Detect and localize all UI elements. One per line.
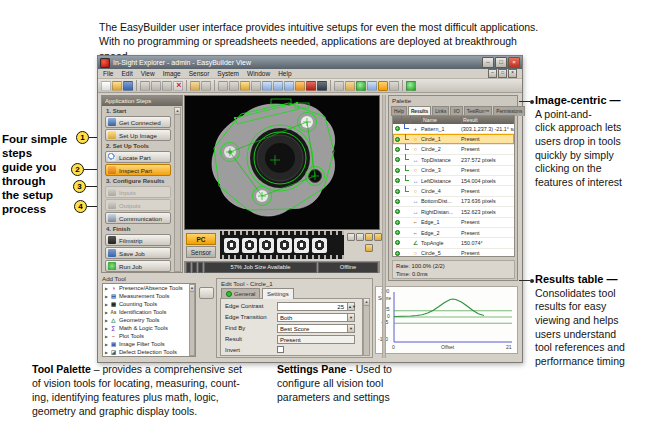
clear-icon[interactable] [334,81,344,91]
zoom-out-icon[interactable] [273,81,283,91]
menu-window[interactable]: Window [247,70,270,77]
scroll-up-icon[interactable]: ▲ [190,285,194,292]
image-view-icon[interactable] [295,81,305,91]
tool-category-identification[interactable]: AaIdentification Tools [103,308,195,316]
tab-general[interactable]: General [221,288,260,298]
tool-category-math-logic[interactable]: ∑Math & Logic Tools [103,324,195,332]
dropdown-arrow-icon[interactable]: ▼ [347,313,355,322]
pc-button[interactable]: PC [186,233,216,245]
find-by-select[interactable]: Best Score [277,324,355,333]
results-row[interactable]: +Pattern_1(303.1,237.3) -21.1° score... [393,124,514,134]
delete-icon[interactable] [173,81,183,91]
edit-tool-scrollbar[interactable]: ▲ [363,298,370,356]
new-job-icon[interactable] [101,81,111,91]
add-tool-scrollbar[interactable]: ▲ [189,284,195,356]
tool-category-counting[interactable]: ▦Counting Tools [103,300,195,308]
results-row[interactable]: ↔RightDistan...152.623 pixels [393,207,514,217]
filmstrip-frame[interactable] [312,238,327,253]
pane-splitter[interactable] [382,95,386,358]
steps-scrollbar[interactable]: ▲ [174,107,181,272]
invert-checkbox[interactable] [277,346,284,353]
results-row[interactable]: ↔LeftDistance154.004 pixels [393,176,514,186]
menu-system[interactable]: System [217,70,239,77]
filmstrip-frame[interactable] [224,238,239,253]
image-display-area[interactable] [184,95,380,230]
filmstrip-frame[interactable] [294,238,309,253]
first-frame-button[interactable] [347,233,355,241]
copy-icon[interactable] [151,81,161,91]
tool-category-presence-absence[interactable]: ◑Presence/Absence Tools [103,284,195,292]
menu-sensor[interactable]: Sensor [189,70,210,77]
upload-icon[interactable] [345,81,355,91]
set-up-image-button[interactable]: Set Up Image [105,129,171,141]
results-row[interactable]: ↔BottomDist...173.636 pixels [393,197,514,207]
tool-category-image-filter[interactable]: ▣Image Filter Tools [103,340,195,348]
menu-file[interactable]: File [103,70,113,77]
tool-category-defect-detection[interactable]: ◪Defect Detection Tools [103,348,195,356]
easybuilder-view-icon[interactable] [378,81,388,91]
results-row-selected[interactable]: ○Circle_1Present [393,134,514,144]
save-job-button[interactable]: Save Job [105,247,171,259]
results-row[interactable]: ○Circle_2Present [393,145,514,155]
results-row[interactable]: ↔TopDistance237.572 pixels [393,155,514,165]
filmstrip-frame[interactable] [259,238,274,253]
results-row[interactable]: ○Circle_5Present [393,249,514,257]
tab-settings[interactable]: Settings [262,288,294,299]
menu-help[interactable]: Help [278,70,291,77]
next-frame-button[interactable] [365,233,373,241]
maximize-button[interactable]: □ [495,57,507,68]
last-frame-button[interactable] [374,233,382,241]
trigger-icon[interactable] [218,81,228,91]
undo-icon[interactable] [190,81,200,91]
add-tool-button[interactable] [199,287,214,299]
sensor-button[interactable]: Sensor [186,246,216,258]
minimize-button[interactable]: – [482,57,494,68]
edge-transition-select[interactable]: Both [277,313,355,322]
filmstrip-button[interactable]: Filmstrip [105,234,171,246]
get-connected-button[interactable]: Get Connected [105,116,171,128]
zoom-in-icon[interactable] [262,81,272,91]
monitor-icon[interactable] [317,81,327,91]
zoom-fit-icon[interactable] [284,81,294,91]
cut-icon[interactable] [140,81,150,91]
play-frames-button[interactable] [365,244,373,252]
results-row[interactable]: ○Circle_4Present [393,186,514,196]
inspect-part-button[interactable]: Inspect Part [105,164,171,176]
spinner-buttons[interactable]: ▲▼ [347,302,355,311]
close-button[interactable]: × [508,57,520,68]
paste-icon[interactable] [162,81,172,91]
mdi-close-button[interactable]: × [508,69,517,78]
results-row[interactable]: ⌐Edge_2Present [393,228,514,238]
tool-category-measurement[interactable]: ▤Measurement Tools [103,292,195,300]
live-video-icon[interactable] [229,81,239,91]
menu-edit[interactable]: Edit [121,70,132,77]
menu-image[interactable]: Image [163,70,181,77]
refresh-icon[interactable] [356,81,366,91]
redo-icon[interactable] [201,81,211,91]
sensor-maintenance-icon[interactable] [367,81,377,91]
display-icon[interactable] [306,81,316,91]
online-status-icon[interactable] [406,81,416,91]
menu-view[interactable]: View [141,70,155,77]
run-job-button[interactable]: Run Job [105,260,171,272]
results-row[interactable]: ⌐Edge_1Present [393,218,514,228]
filmstrip-frame[interactable] [277,238,292,253]
tool-category-geometry[interactable]: △Geometry Tools [103,316,195,324]
filmstrip-frame[interactable] [242,238,257,253]
communication-button[interactable]: Communication [105,212,171,224]
scroll-up-icon[interactable]: ▲ [175,108,180,115]
results-row[interactable]: ○Circle_3Present [393,166,514,176]
load-image-icon[interactable] [240,81,250,91]
locate-part-button[interactable]: Locate Part [105,151,171,163]
previous-frame-button[interactable] [356,233,364,241]
scroll-up-icon[interactable]: ▲ [364,299,369,306]
save-job-icon[interactable] [123,81,133,91]
results-row[interactable]: ∠TopAngle150.074° [393,238,514,248]
spreadsheet-view-icon[interactable] [389,81,399,91]
mdi-minimize-button[interactable]: – [488,69,497,78]
open-job-icon[interactable] [112,81,122,91]
edge-contrast-input[interactable]: 25 [277,302,355,311]
tool-category-plot[interactable]: ~Plot Tools [103,332,195,340]
record-icon[interactable] [251,81,261,91]
mdi-restore-button[interactable]: □ [498,69,507,78]
